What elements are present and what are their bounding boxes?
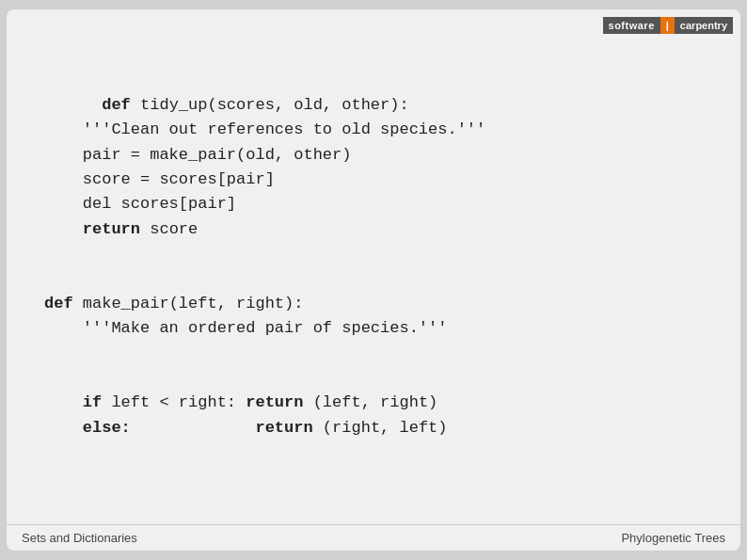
footer-left: Sets and Dictionaries bbox=[22, 531, 137, 545]
code-line11-mid: left < right: bbox=[102, 393, 246, 411]
code-line1-rest: tidy_up(scores, old, other): bbox=[131, 96, 409, 114]
code-line-2: '''Clean out references to old species.'… bbox=[44, 120, 485, 138]
logo-carpentry: carpentry bbox=[675, 17, 733, 34]
code-line-5: del scores[pair] bbox=[44, 195, 236, 213]
code-line-9: '''Make an ordered pair of species.''' bbox=[44, 319, 447, 337]
code-line-6: return score bbox=[44, 220, 198, 238]
code-line11-rest: (left, right) bbox=[303, 393, 437, 411]
code-line12-mid bbox=[131, 419, 256, 437]
kw-if: if bbox=[44, 393, 102, 411]
kw-else: else: bbox=[44, 419, 131, 437]
code-line-3: pair = make_pair(old, other) bbox=[44, 146, 351, 164]
code-line-11: if left < right: return (left, right) bbox=[44, 393, 437, 411]
code-line-1: def tidy_up(scores, old, other): bbox=[102, 96, 408, 114]
code-line6-rest: score bbox=[140, 220, 198, 238]
slide: software | carpentry def tidy_up(scores,… bbox=[7, 9, 740, 551]
kw-return-3: return bbox=[255, 419, 312, 437]
code-block: def tidy_up(scores, old, other): '''Clea… bbox=[44, 69, 703, 466]
code-line-4: score = scores[pair] bbox=[44, 170, 275, 188]
logo-area: software | carpentry bbox=[603, 17, 733, 34]
kw-def-2: def bbox=[44, 295, 73, 312]
code-content: def tidy_up(scores, old, other): '''Clea… bbox=[7, 9, 740, 524]
code-line12-rest: (right, left) bbox=[313, 419, 448, 437]
logo-software: software bbox=[603, 17, 660, 34]
logo-separator: | bbox=[660, 17, 675, 34]
footer: Sets and Dictionaries Phylogenetic Trees bbox=[7, 524, 740, 551]
kw-def-1: def bbox=[102, 96, 131, 114]
kw-return-1: return bbox=[44, 220, 140, 238]
code-line8-rest: make_pair(left, right): bbox=[73, 295, 304, 312]
kw-return-2: return bbox=[246, 393, 303, 411]
footer-right: Phylogenetic Trees bbox=[621, 531, 725, 545]
code-line-8: def make_pair(left, right): bbox=[44, 295, 303, 312]
code-line-12: else: return (right, left) bbox=[44, 419, 448, 437]
